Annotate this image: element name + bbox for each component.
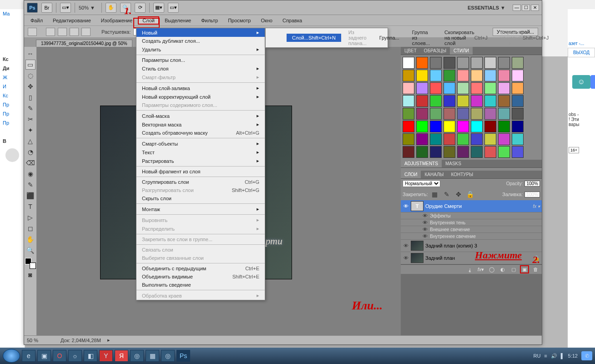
tool-3[interactable]: ✥ — [25, 81, 35, 91]
style-swatch[interactable] — [403, 146, 414, 158]
ptab-контуры[interactable]: КОНТУРЫ — [447, 171, 477, 178]
bridge-icon[interactable]: Br — [41, 3, 52, 13]
tool-16[interactable]: ◻ — [25, 223, 35, 233]
tool-14[interactable]: T — [25, 202, 35, 212]
ptab-стили[interactable]: СТИЛИ — [450, 47, 473, 55]
style-swatch[interactable] — [484, 121, 496, 132]
menu-окно[interactable]: Окно — [256, 16, 277, 25]
tray-vol-icon[interactable]: 🔊 — [551, 353, 557, 359]
style-swatch[interactable] — [444, 70, 455, 81]
trash-icon[interactable]: 🗑 — [532, 266, 539, 273]
tool-17[interactable]: ✋ — [25, 234, 35, 244]
br-ic1[interactable]: ☺ — [572, 75, 590, 89]
menu-item[interactable]: Объединить видимыеShift+Ctrl+E — [136, 273, 265, 281]
tool-6[interactable]: ✂ — [25, 114, 35, 124]
menu-слой[interactable]: Слой — [138, 16, 159, 25]
style-swatch[interactable] — [457, 133, 469, 145]
tool-11[interactable]: ◉ — [25, 169, 35, 179]
menu-item[interactable]: Монтаж▸ — [136, 205, 265, 213]
style-swatch[interactable] — [512, 133, 524, 145]
style-swatch[interactable] — [430, 95, 442, 107]
style-swatch[interactable] — [430, 121, 442, 132]
bs-4[interactable]: И — [0, 82, 25, 91]
tool-9[interactable]: ◔ — [25, 147, 35, 157]
menu-item[interactable]: Создать дубликат слоя... — [136, 37, 265, 45]
view-extras-icon[interactable]: ▭▾ — [60, 3, 71, 13]
menu-изображение[interactable]: Изображение — [96, 16, 137, 25]
style-swatch[interactable] — [498, 82, 510, 94]
style-swatch[interactable] — [484, 82, 496, 94]
intersect-sel-icon[interactable] — [81, 28, 91, 36]
tool-12[interactable]: ✎ — [25, 180, 35, 190]
menu-item[interactable]: Слой...Shift+Ctrl+N — [287, 34, 341, 42]
menu-item[interactable]: Текст▸ — [136, 148, 265, 157]
menu-редактирование[interactable]: Редактирование — [48, 16, 96, 25]
opacity-value[interactable]: 100% — [524, 181, 540, 187]
rotate-view-icon[interactable]: ⟳ — [135, 3, 146, 13]
ptab-слои[interactable]: СЛОИ — [401, 171, 421, 178]
style-swatch[interactable] — [512, 70, 524, 81]
quickmask-icon[interactable]: ◙ — [25, 270, 35, 280]
style-swatch[interactable] — [484, 95, 496, 107]
style-swatch[interactable] — [444, 82, 455, 94]
bs-0[interactable]: Ма — [0, 9, 25, 18]
style-swatch[interactable] — [498, 70, 510, 81]
blend-mode-select[interactable]: Нормальный — [403, 180, 440, 187]
style-swatch[interactable] — [457, 57, 469, 69]
ptab-цвет[interactable]: ЦВЕТ — [401, 47, 420, 55]
style-swatch[interactable] — [403, 95, 414, 107]
layer-row[interactable]: 👁TОрудие Смертиfx ▾ — [401, 200, 542, 212]
fg-bg-swatch[interactable] — [25, 258, 36, 269]
lock-all-icon[interactable]: 🔒 — [465, 189, 475, 199]
menu-item[interactable]: Выполнить сведение — [136, 281, 265, 289]
menu-item[interactable]: Сгруппировать слоиCtrl+G — [136, 178, 265, 186]
style-swatch[interactable] — [512, 121, 524, 132]
style-swatch[interactable] — [403, 108, 414, 120]
style-swatch[interactable] — [430, 57, 442, 69]
tray-net-icon[interactable]: ≡ — [544, 353, 547, 359]
minimize-button[interactable]: — — [513, 5, 521, 11]
style-swatch[interactable] — [471, 57, 483, 69]
style-swatch[interactable] — [512, 146, 524, 158]
style-swatch[interactable] — [430, 146, 442, 158]
tb-ya-icon[interactable]: Я — [115, 350, 128, 362]
menu-item[interactable]: Группа... — [374, 34, 405, 42]
hand-tool-icon[interactable]: ✋ — [106, 3, 116, 13]
style-swatch[interactable] — [444, 108, 455, 120]
add-sel-icon[interactable] — [58, 28, 67, 36]
bs-5[interactable]: Кс — [0, 91, 25, 100]
style-swatch[interactable] — [484, 146, 496, 158]
menu-просмотр[interactable]: Просмотр — [223, 16, 255, 25]
tray-phone-icon[interactable]: ✆ — [581, 351, 592, 360]
style-swatch[interactable] — [457, 70, 469, 81]
tb-opera-icon[interactable]: O — [53, 350, 66, 362]
sub-sel-icon[interactable] — [70, 28, 79, 36]
style-swatch[interactable] — [444, 133, 455, 145]
tool-8[interactable]: △ — [25, 136, 35, 146]
lock-pos-icon[interactable]: ✥ — [454, 189, 464, 199]
tb-app3-icon[interactable]: ▦ — [146, 350, 159, 362]
menu-item[interactable]: Новый▸ — [136, 28, 265, 37]
style-swatch[interactable] — [512, 95, 524, 107]
style-swatch[interactable] — [457, 108, 469, 120]
tool-10[interactable]: ⌫ — [25, 158, 35, 168]
menu-item[interactable]: Скрыть слои — [136, 194, 265, 202]
menu-item[interactable]: Скопировать на новый слойCtrl+J — [439, 28, 493, 47]
arrange-docs-icon[interactable]: ▦▾ — [153, 3, 164, 13]
menu-фильтр[interactable]: Фильтр — [197, 16, 222, 25]
layer-effect[interactable]: 👁 Эффекты — [401, 212, 542, 219]
menu-справка[interactable]: Справка — [278, 16, 307, 25]
new-sel-icon[interactable] — [46, 28, 55, 36]
style-swatch[interactable] — [444, 95, 455, 107]
style-swatch[interactable] — [457, 95, 469, 107]
menu-item[interactable]: Удалить▸ — [136, 45, 265, 54]
lock-trans-icon[interactable]: ▦ — [430, 189, 440, 199]
maximize-button[interactable]: ☐ — [522, 5, 530, 11]
style-swatch[interactable] — [403, 82, 414, 94]
style-swatch[interactable] — [403, 57, 414, 69]
layer-effect[interactable]: 👁 Внутреннее свечение — [401, 233, 542, 240]
style-swatch[interactable] — [471, 121, 483, 132]
style-swatch[interactable] — [430, 70, 442, 81]
style-swatch[interactable] — [416, 95, 428, 107]
adjustment-icon[interactable]: ◐ — [499, 266, 506, 273]
